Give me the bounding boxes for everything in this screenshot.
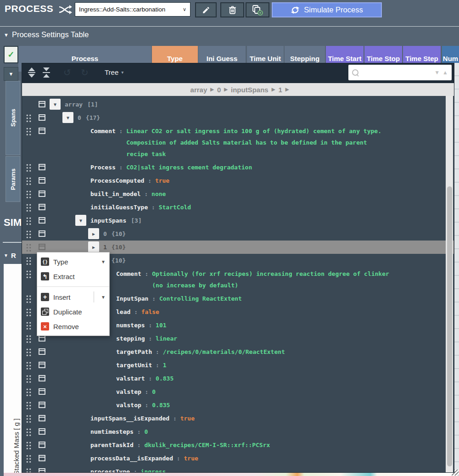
row-menu-icon[interactable] [39,428,45,435]
row-menu-icon[interactable] [39,164,45,170]
drag-handle-icon[interactable] [26,217,32,225]
row-menu-icon[interactable] [39,402,45,408]
drag-handle-icon[interactable] [26,243,32,252]
tree-row[interactable]: ▶0{10} [22,227,454,241]
node-key[interactable]: 1 [103,244,107,251]
row-menu-icon[interactable] [39,455,45,461]
delete-button[interactable] [220,2,244,17]
breadcrumb-item[interactable]: 1 [278,86,282,94]
scrollbar-track[interactable] [446,96,453,472]
expand-node-icon[interactable]: ▶ [88,241,99,252]
node-key[interactable]: targetUnit [116,362,152,369]
node-value[interactable]: 1 [163,359,167,371]
tree-row[interactable]: targetPath : /recipes/0/materials/0/Reac… [22,345,454,358]
breadcrumb-item[interactable]: inputSpans [231,86,269,94]
undo-icon[interactable]: ↺ [63,67,71,78]
tree-row[interactable]: valstart : 0.835 [22,372,454,385]
edit-button[interactable] [195,2,217,17]
tree-row[interactable]: valstep : 0 [22,385,454,398]
duplicate-view-button[interactable] [246,2,269,17]
row-menu-icon[interactable] [39,114,45,121]
tree-row[interactable]: processType : ingress [22,465,454,472]
drag-handle-icon[interactable] [26,295,32,303]
node-key[interactable]: InputSpan [116,295,148,302]
node-value[interactable]: false [141,306,159,318]
row-expander-cell[interactable]: ▼ [4,67,18,81]
tree-row[interactable]: Comment : Linear CO2 or salt ingress int… [22,124,454,161]
row-menu-icon[interactable] [39,190,45,197]
redo-icon[interactable]: ↻ [81,67,89,78]
tree-row[interactable]: built_in_model : none [22,187,454,201]
drag-handle-icon[interactable] [26,270,32,279]
node-value[interactable]: Optionally (for xrf recipes) increasing … [152,268,389,291]
drag-handle-icon[interactable] [26,203,32,212]
row-menu-icon[interactable] [39,375,45,381]
tree-row[interactable]: ▼0{17} [22,111,454,124]
tree-row[interactable]: parentTaskId : dkulik_recipes/CEM-I-SR::… [22,438,454,452]
drag-handle-icon[interactable] [26,163,32,172]
node-key[interactable]: numtimesteps [90,428,134,435]
node-value[interactable]: Linear CO2 or salt ingress into 100 g of… [126,125,381,160]
node-key[interactable]: inputSpans__isExpanded [90,415,169,422]
collapse-node-icon[interactable]: ▼ [75,215,86,226]
node-value[interactable]: Controlling ReactExtent [159,293,242,304]
tree-row[interactable]: processData__isExpanded : true [22,452,454,465]
expand-node-icon[interactable]: ▶ [88,228,99,239]
drag-handle-icon[interactable] [26,114,32,123]
node-key[interactable]: stepping [116,335,145,342]
row-menu-icon[interactable] [39,244,45,250]
node-key[interactable]: ProcessComputed [90,177,144,184]
search-input[interactable] [361,69,431,77]
submenu-caret-icon[interactable]: ▼ [101,295,106,300]
node-value[interactable]: true [184,453,198,464]
node-value[interactable]: 0.835 [156,373,174,384]
tree-row[interactable]: ▼array[1] [22,98,454,111]
menu-item-duplicate[interactable]: Duplicate [37,304,109,319]
collapse-all-icon[interactable] [43,67,50,78]
node-value[interactable]: true [180,413,195,424]
node-value[interactable]: StartCold [159,202,191,213]
node-key[interactable]: array [65,101,83,108]
node-value[interactable]: 0.835 [152,399,170,411]
row-menu-icon[interactable] [39,101,45,107]
drag-handle-icon[interactable] [26,441,32,450]
search-next-icon[interactable]: ▼ [434,69,440,76]
row-menu-icon[interactable] [39,388,45,395]
node-key[interactable]: Process [90,164,116,171]
node-value[interactable]: 101 [156,319,166,331]
menu-item-type[interactable]: {}Type▼ [37,254,109,269]
row-menu-icon[interactable] [39,468,45,472]
drag-handle-icon[interactable] [26,414,32,423]
node-key[interactable]: Comment [116,270,141,277]
tree-row[interactable]: targetUnit : 1 [22,358,454,372]
tree-row[interactable]: initialGuessType : StartCold [22,201,454,214]
breadcrumb-item[interactable]: 0 [217,86,221,94]
drag-handle-icon[interactable] [26,190,32,199]
scrollbar-thumb[interactable] [447,186,452,466]
submenu-caret-icon[interactable]: ▼ [101,259,106,264]
node-key[interactable]: numsteps [116,322,145,329]
node-key[interactable]: parentTaskId [90,442,134,448]
node-key[interactable]: initialGuessType [90,204,148,211]
node-key[interactable]: lead [116,308,130,315]
tree-row[interactable]: numtimesteps : 0 [22,425,454,438]
row-menu-icon[interactable] [39,442,45,448]
node-value[interactable]: none [151,188,166,200]
node-value[interactable]: ingress [141,466,166,472]
drag-handle-icon[interactable] [26,375,32,383]
node-key[interactable]: Comment [90,128,116,134]
node-key[interactable]: processData__isExpanded [90,455,173,462]
process-settings-section-header[interactable]: ▼ Process Settings Table [4,30,89,39]
node-value[interactable]: 0 [152,386,156,398]
node-key[interactable]: valstart [116,375,145,382]
drag-handle-icon[interactable] [26,388,32,397]
search-prev-icon[interactable]: ▲ [442,69,448,76]
drag-handle-icon[interactable] [26,127,32,136]
drag-handle-icon[interactable] [26,230,32,239]
node-value[interactable]: /recipes/0/materials/0/ReactExtent [163,346,285,358]
drag-handle-icon[interactable] [26,401,32,410]
node-key[interactable]: 0 [78,114,81,121]
node-key[interactable]: targetPath [116,348,152,355]
row-group-tab-spans[interactable]: Spans [6,81,20,155]
menu-item-remove[interactable]: ×Remove [37,319,109,334]
